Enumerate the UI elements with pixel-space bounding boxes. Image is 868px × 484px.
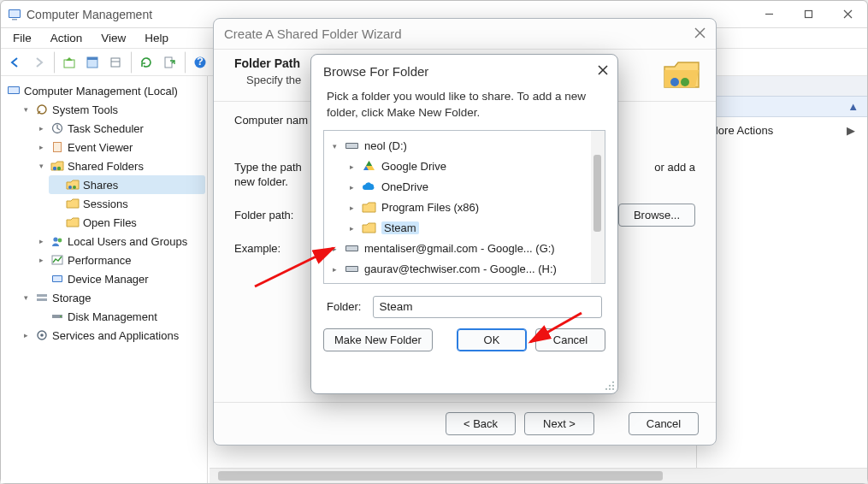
browse-message: Pick a folder you would like to share. T… bbox=[311, 87, 617, 130]
svg-point-22 bbox=[52, 167, 56, 170]
wizard-close-button[interactable] bbox=[694, 27, 706, 41]
svg-rect-32 bbox=[37, 298, 47, 301]
techwiser-drive-label[interactable]: gaurav@techwiser.com - Google... (H:) bbox=[364, 263, 557, 275]
browse-button[interactable]: Browse... bbox=[618, 204, 695, 227]
tree-system-tools[interactable]: System Tools bbox=[52, 103, 118, 116]
tree-performance[interactable]: Performance bbox=[68, 254, 131, 267]
folder-input[interactable] bbox=[373, 296, 602, 318]
main-title: Computer Management bbox=[27, 8, 152, 21]
expand-icon[interactable]: ▸ bbox=[346, 182, 357, 192]
tree-storage[interactable]: Storage bbox=[52, 292, 92, 304]
svg-point-40 bbox=[681, 78, 689, 86]
export-list-button[interactable] bbox=[158, 51, 180, 74]
collapse-icon[interactable]: ▾ bbox=[21, 293, 31, 303]
svg-point-57 bbox=[612, 381, 614, 383]
expand-icon[interactable]: ▸ bbox=[37, 124, 46, 133]
tree-root[interactable]: Computer Management (Local) bbox=[24, 85, 178, 97]
tree-task-scheduler[interactable]: Task Scheduler bbox=[68, 122, 144, 135]
svg-point-24 bbox=[68, 186, 72, 189]
tree-event-viewer[interactable]: Event Viewer bbox=[68, 141, 133, 154]
tools-icon bbox=[34, 103, 49, 117]
horizontal-scrollbar[interactable] bbox=[210, 468, 867, 483]
cancel-button[interactable]: Cancel bbox=[535, 328, 605, 351]
users-icon bbox=[50, 234, 64, 249]
collapse-icon[interactable]: ▾ bbox=[329, 141, 340, 151]
onedrive-label[interactable]: OneDrive bbox=[381, 180, 428, 193]
forward-button[interactable] bbox=[27, 51, 50, 74]
tree-open-files[interactable]: Open Files bbox=[83, 216, 137, 229]
menu-help[interactable]: Help bbox=[136, 30, 177, 46]
tree-disk-management[interactable]: Disk Management bbox=[68, 310, 157, 323]
svg-marker-46 bbox=[366, 161, 372, 166]
browse-titlebar: Browse For Folder bbox=[311, 55, 617, 87]
tree-services[interactable]: Services and Applications bbox=[52, 329, 179, 342]
expand-icon[interactable]: ▸ bbox=[21, 331, 31, 340]
tree-sessions[interactable]: Sessions bbox=[83, 198, 128, 210]
collapse-icon[interactable]: ▾ bbox=[21, 105, 31, 115]
tree-device-manager[interactable]: Device Manager bbox=[68, 273, 149, 286]
scrollbar-thumb[interactable] bbox=[593, 155, 601, 232]
wizard-titlebar: Create A Shared Folder Wizard bbox=[214, 19, 716, 50]
gdrive-label[interactable]: Google Drive bbox=[381, 160, 446, 173]
svg-point-52 bbox=[612, 388, 614, 390]
tree-shares[interactable]: Shares bbox=[83, 179, 118, 192]
browse-title: Browse For Folder bbox=[323, 64, 597, 79]
help-button[interactable]: ? bbox=[189, 51, 211, 74]
svg-rect-31 bbox=[37, 294, 47, 297]
collapse-icon[interactable]: ▾ bbox=[37, 162, 46, 171]
expand-icon[interactable]: ▸ bbox=[346, 203, 357, 212]
actions-pane: s s▲ More Actions▶ bbox=[696, 76, 867, 483]
expand-icon[interactable]: ▸ bbox=[37, 143, 46, 152]
gdrive-icon bbox=[362, 159, 376, 174]
properties-button[interactable] bbox=[81, 51, 103, 74]
maximize-button[interactable] bbox=[788, 1, 828, 28]
svg-point-25 bbox=[73, 186, 76, 189]
actions-more[interactable]: More Actions▶ bbox=[697, 117, 867, 144]
resize-grip-icon[interactable] bbox=[605, 381, 615, 391]
performance-icon bbox=[50, 253, 64, 268]
scrollbar-thumb[interactable] bbox=[218, 471, 663, 481]
drive-icon bbox=[345, 241, 359, 256]
close-button[interactable] bbox=[828, 1, 867, 28]
drive-label[interactable]: neol (D:) bbox=[364, 139, 407, 152]
expand-icon[interactable]: ▸ bbox=[37, 237, 46, 246]
next-button-wizard[interactable]: Next > bbox=[524, 412, 594, 435]
expand-icon[interactable]: ▸ bbox=[37, 256, 46, 265]
storage-icon bbox=[34, 291, 49, 305]
steam-label[interactable]: Steam bbox=[381, 221, 419, 234]
cancel-button-wizard[interactable]: Cancel bbox=[629, 412, 699, 435]
gmail-drive-label[interactable]: mentaliser@gmail.com - Google... (G:) bbox=[364, 242, 555, 255]
up-button[interactable] bbox=[58, 51, 80, 74]
svg-point-34 bbox=[60, 316, 62, 317]
menu-file[interactable]: File bbox=[4, 30, 40, 46]
svg-text:?: ? bbox=[197, 56, 204, 68]
back-button-wizard[interactable]: < Back bbox=[446, 412, 516, 435]
browse-tree[interactable]: ▾neol (D:) ▸Google Drive ▸OneDrive ▸Prog… bbox=[323, 130, 605, 284]
expand-icon[interactable]: ▸ bbox=[346, 223, 357, 233]
drive-icon bbox=[345, 139, 359, 153]
expand-icon[interactable]: ▸ bbox=[329, 264, 340, 274]
navigation-tree[interactable]: Computer Management (Local) ▾ System Too… bbox=[1, 76, 208, 483]
menu-action[interactable]: Action bbox=[42, 30, 92, 46]
progfiles-label[interactable]: Program Files (x86) bbox=[381, 201, 479, 214]
minimize-button[interactable] bbox=[749, 1, 788, 28]
vertical-scrollbar[interactable] bbox=[591, 131, 605, 283]
openfiles-icon bbox=[65, 215, 80, 230]
tree-shared-folders[interactable]: Shared Folders bbox=[68, 160, 144, 173]
svg-rect-9 bbox=[87, 57, 97, 60]
expand-icon[interactable]: ▸ bbox=[346, 162, 357, 171]
make-new-folder-button[interactable]: Make New Folder bbox=[323, 328, 433, 351]
folder-label: Folder: bbox=[327, 300, 361, 313]
ok-button[interactable]: OK bbox=[457, 328, 527, 351]
menu-view[interactable]: View bbox=[92, 30, 134, 46]
export-button[interactable] bbox=[104, 51, 127, 74]
browse-close-button[interactable] bbox=[597, 64, 609, 79]
refresh-button[interactable] bbox=[135, 51, 157, 74]
type-path-text: Type the path bbox=[234, 161, 302, 174]
actions-more-label: More Actions bbox=[709, 124, 773, 137]
shared-folder-icon bbox=[50, 159, 64, 174]
tree-local-users[interactable]: Local Users and Groups bbox=[68, 235, 187, 248]
expand-icon[interactable]: ▸ bbox=[329, 244, 340, 253]
onedrive-icon bbox=[362, 180, 376, 194]
back-button[interactable] bbox=[4, 51, 27, 74]
